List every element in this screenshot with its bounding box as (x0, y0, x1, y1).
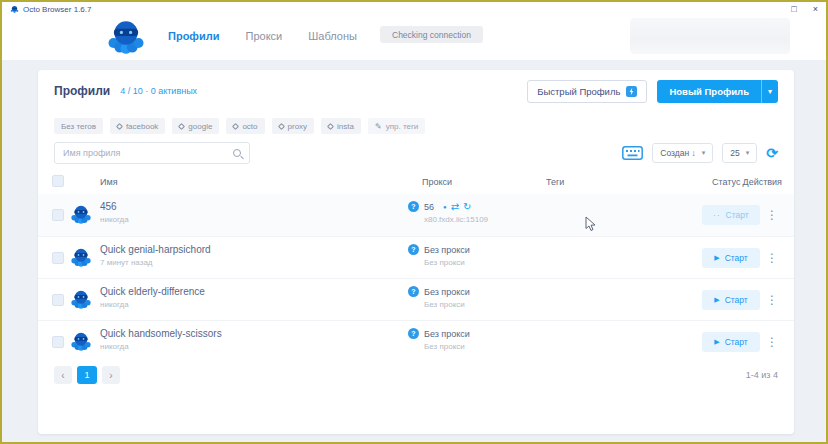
manage-tags-label: упр. теги (386, 122, 419, 131)
sort-select-value: Создан ↓ (660, 148, 695, 158)
column-header-name: Имя (100, 177, 118, 187)
pencil-icon: ✎ (375, 122, 382, 131)
profile-avatar (70, 247, 92, 269)
profile-avatar (70, 331, 92, 353)
profile-name[interactable]: Quick elderly-difference (100, 286, 205, 297)
start-profile-button[interactable]: ▶ Старт (702, 290, 760, 310)
page-size-select[interactable]: 25 ▾ (722, 143, 757, 163)
row-actions-menu-icon[interactable]: ⋮ (766, 248, 778, 268)
octo-browser-logo (102, 18, 150, 58)
table-row[interactable]: 456 никогда ? 56 ● ⇄ ↻ x80.fxdx.iic:1510… (38, 194, 794, 236)
proxy-address: Без прокси (424, 300, 470, 309)
tag-chip-label: insta (337, 122, 354, 131)
tag-filter-bar: Без тегов facebook google octo proxy ins… (54, 118, 425, 134)
list-controls: Создан ↓ ▾ 25 ▾ ⟳ (54, 142, 778, 164)
app-mini-octopus-icon (10, 5, 19, 14)
tag-chip-label: google (188, 122, 212, 131)
chevron-down-icon[interactable]: ▾ (761, 80, 778, 103)
tag-chip-facebook[interactable]: facebook (110, 118, 165, 134)
tag-icon (232, 122, 239, 129)
column-header-status: Статус (712, 177, 740, 187)
tag-chip-no-tags[interactable]: Без тегов (54, 118, 103, 134)
profile-search (54, 142, 250, 164)
sort-select[interactable]: Создан ↓ ▾ (652, 143, 713, 163)
tag-icon (277, 122, 284, 129)
profile-avatar (70, 204, 92, 226)
refresh-icon[interactable]: ⟳ (766, 146, 778, 160)
profiles-panel: Профили 4 / 10 · 0 активных Быстрый Проф… (38, 70, 794, 434)
row-actions-menu-icon[interactable]: ⋮ (766, 205, 778, 225)
tag-chip-proxy[interactable]: proxy (272, 118, 315, 134)
proxy-address: x80.fxdx.iic:15109 (424, 215, 488, 224)
start-button-label: Старт (725, 337, 748, 347)
profiles-table-body: 456 никогда ? 56 ● ⇄ ↻ x80.fxdx.iic:1510… (38, 194, 794, 362)
start-button-label: Старт (726, 210, 749, 220)
proxy-swap-icon[interactable]: ⇄ (451, 201, 459, 212)
main-nav: Профили Прокси Шаблоны (168, 30, 357, 42)
pagination-next-button[interactable]: › (102, 366, 120, 384)
tag-icon (327, 122, 334, 129)
play-icon: ▶ (714, 254, 719, 262)
tag-icon (116, 122, 123, 129)
profile-last-run: 7 минут назад (100, 258, 211, 267)
proxy-address: Без прокси (424, 342, 470, 351)
start-profile-button[interactable]: ·· Старт (702, 205, 760, 225)
quick-profile-label: Быстрый Профиль (537, 86, 620, 97)
quick-launch-icon (626, 86, 637, 97)
proxy-rotate-icon[interactable]: ↻ (463, 201, 471, 212)
pagination-prev-button[interactable]: ‹ (54, 366, 72, 384)
search-icon (233, 149, 241, 157)
proxy-name: Без прокси (424, 287, 470, 297)
nav-item-proxies[interactable]: Прокси (245, 30, 282, 42)
tag-chip-label: octo (242, 122, 257, 131)
start-profile-button[interactable]: ▶ Старт (702, 248, 760, 268)
proxy-info-icon[interactable]: ? (408, 328, 419, 339)
new-profile-button[interactable]: Новый Профиль ▾ (657, 80, 778, 103)
profile-avatar (70, 289, 92, 311)
account-area-blurred (630, 18, 790, 54)
close-window-icon[interactable]: × (813, 2, 818, 16)
nav-item-templates[interactable]: Шаблоны (308, 30, 357, 42)
tag-chip-octo[interactable]: octo (226, 118, 264, 134)
pagination-page-1[interactable]: 1 (77, 366, 97, 384)
keyboard-icon[interactable] (622, 146, 643, 160)
nav-item-profiles[interactable]: Профили (168, 30, 219, 42)
start-button-label: Старт (725, 295, 748, 305)
window-titlebar: Octo Browser 1.6.7 □ × (2, 2, 826, 16)
proxy-name: 56 (424, 202, 434, 212)
start-profile-button[interactable]: ▶ Старт (702, 332, 760, 352)
row-actions-menu-icon[interactable]: ⋮ (766, 290, 778, 310)
row-checkbox[interactable] (52, 252, 64, 264)
chevron-down-icon: ▾ (746, 149, 750, 157)
restore-window-icon[interactable]: □ (791, 2, 796, 16)
search-input[interactable] (63, 148, 233, 158)
profile-name[interactable]: Quick handsomely-scissors (100, 328, 222, 339)
profile-name[interactable]: 456 (100, 201, 129, 212)
tag-chip-insta[interactable]: insta (321, 118, 361, 134)
proxy-info-icon[interactable]: ? (408, 244, 419, 255)
select-all-checkbox[interactable] (52, 175, 64, 187)
play-icon: ▶ (714, 338, 719, 346)
proxy-name: Без прокси (424, 329, 470, 339)
proxy-status-dot-icon: ● (443, 204, 447, 210)
quick-profile-button[interactable]: Быстрый Профиль (527, 80, 647, 103)
table-row[interactable]: Quick handsomely-scissors никогда ? Без … (38, 320, 794, 362)
app-header: Профили Прокси Шаблоны Checking connecti… (2, 16, 826, 60)
row-checkbox[interactable] (52, 336, 64, 348)
tag-chip-label: facebook (126, 122, 158, 131)
table-row[interactable]: Quick genial-harpsichord 7 минут назад ?… (38, 236, 794, 278)
window-title: Octo Browser 1.6.7 (23, 5, 91, 14)
manage-tags-button[interactable]: ✎ упр. теги (368, 118, 425, 134)
row-actions-menu-icon[interactable]: ⋮ (766, 332, 778, 352)
table-header: Имя Прокси Теги Статус Действия (54, 174, 782, 194)
tag-chip-label: proxy (288, 122, 308, 131)
row-checkbox[interactable] (52, 209, 64, 221)
tag-chip-google[interactable]: google (172, 118, 219, 134)
proxy-info-icon[interactable]: ? (408, 201, 419, 212)
page-title: Профили (54, 84, 110, 98)
row-checkbox[interactable] (52, 294, 64, 306)
profiles-count-summary: 4 / 10 · 0 активных (120, 86, 197, 96)
table-row[interactable]: Quick elderly-difference никогда ? Без п… (38, 278, 794, 320)
profile-name[interactable]: Quick genial-harpsichord (100, 244, 211, 255)
proxy-info-icon[interactable]: ? (408, 286, 419, 297)
